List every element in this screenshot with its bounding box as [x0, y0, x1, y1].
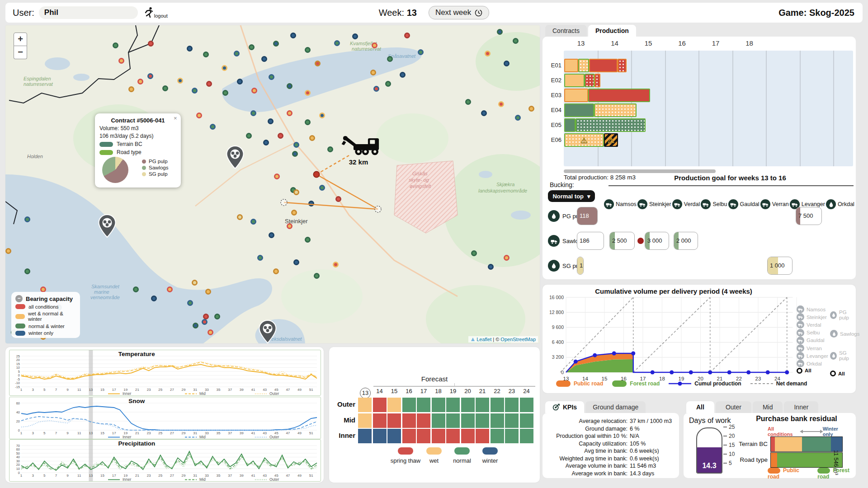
- map-site-dot[interactable]: [208, 329, 213, 335]
- map-site-dot[interactable]: [237, 79, 243, 84]
- map-site-dot[interactable]: [504, 61, 509, 66]
- map-site-dot[interactable]: [246, 133, 252, 139]
- map-site-dot[interactable]: [498, 101, 504, 107]
- cumulative-filter-orkdal[interactable]: Orkdal: [797, 360, 822, 367]
- map-site-dot[interactable]: [250, 110, 256, 116]
- map-site-dot[interactable]: [293, 259, 299, 265]
- map-site-dot[interactable]: [133, 286, 139, 292]
- gantt-bar-segment[interactable]: [585, 74, 594, 87]
- map-site-dot[interactable]: [269, 74, 274, 80]
- map-site-dot[interactable]: [385, 81, 391, 87]
- map-site-dot[interactable]: [187, 46, 193, 52]
- map-site-dot[interactable]: [148, 41, 154, 47]
- gantt-bar-segment[interactable]: ⚠: [564, 133, 604, 147]
- map-site-dot[interactable]: [485, 51, 491, 56]
- gantt-bar-segment[interactable]: [564, 59, 578, 72]
- product-volume-box[interactable]: 118: [577, 207, 598, 225]
- gantt-bar-segment[interactable]: [564, 74, 585, 87]
- map-site-dot[interactable]: [203, 52, 209, 57]
- map-site-dot[interactable]: [137, 79, 143, 84]
- cumulative-filter-steinkjer[interactable]: Steinkjer: [797, 313, 827, 321]
- map-site-dot[interactable]: [309, 135, 315, 141]
- map-site-dot[interactable]: [327, 146, 333, 152]
- map-site-dot[interactable]: [261, 56, 267, 62]
- map-site-dot[interactable]: [177, 78, 183, 84]
- map-site-dot[interactable]: [287, 223, 292, 229]
- map-site-dot[interactable]: [291, 210, 297, 216]
- map-site-dot[interactable]: [249, 44, 255, 50]
- map-site-dot[interactable]: [465, 99, 471, 105]
- product-volume-box[interactable]: 2 000: [674, 232, 698, 250]
- gantt-scrollbar[interactable]: [564, 169, 716, 173]
- gantt-bar-segment[interactable]: [618, 59, 627, 72]
- map-site-dot[interactable]: [192, 88, 198, 94]
- tab-kpis[interactable]: KPIs: [545, 401, 584, 413]
- map-site-dot[interactable]: [214, 314, 220, 319]
- map-site-dot[interactable]: [287, 110, 292, 116]
- timber-pile-pin[interactable]: [226, 145, 244, 169]
- product-volume-box[interactable]: 7 500: [796, 207, 822, 225]
- cumulative-filter-gauldal[interactable]: Gauldal: [797, 337, 825, 344]
- product-volume-box[interactable]: 2 500: [609, 232, 635, 250]
- zoom-in-button[interactable]: +: [14, 33, 27, 46]
- harvester-truck[interactable]: 32 km: [334, 130, 383, 166]
- tab-outer[interactable]: Outer: [716, 401, 751, 413]
- product-volume-box[interactable]: 3 000: [645, 232, 669, 250]
- map-site-dot[interactable]: [400, 72, 406, 78]
- gantt-bar-segment[interactable]: [578, 59, 589, 72]
- timber-pile-pin[interactable]: [259, 320, 277, 343]
- map-site-dot[interactable]: [263, 140, 269, 145]
- map-site-dot[interactable]: [147, 73, 153, 79]
- logout-button[interactable]: logout: [144, 7, 168, 19]
- gantt-bar-segment[interactable]: [589, 59, 618, 72]
- map-site-dot[interactable]: [268, 118, 274, 124]
- map-site-dot[interactable]: [319, 185, 325, 191]
- map-site-dot[interactable]: [205, 289, 211, 295]
- cumulative-filter-all[interactable]: All: [797, 368, 811, 374]
- map-site-dot[interactable]: [333, 262, 339, 267]
- cumulative-filter-selbu[interactable]: Selbu: [797, 329, 820, 337]
- cumulative-filter-levanger[interactable]: Levanger: [797, 352, 828, 360]
- map-site-dot[interactable]: [40, 286, 46, 292]
- cumulative-filter-verdal[interactable]: Verdal: [797, 321, 821, 328]
- gantt-bar-segment[interactable]: [594, 74, 600, 87]
- map-site-dot[interactable]: [210, 124, 216, 130]
- legend-collapse-button[interactable]: −: [15, 295, 23, 302]
- gantt-bar-segment[interactable]: [564, 103, 594, 117]
- map-site-dot[interactable]: [187, 300, 193, 306]
- bucking-select[interactable]: Normal top▾: [548, 190, 595, 202]
- map-site-dot[interactable]: [222, 65, 227, 71]
- map-site-dot[interactable]: [404, 33, 410, 38]
- map-site-dot[interactable]: [113, 42, 118, 48]
- map-panel[interactable]: EspingdalennaturreservatHoldenKvamsfjell…: [5, 25, 540, 343]
- cumulative-filter-verran[interactable]: Verran: [797, 344, 822, 352]
- map-site-dot[interactable]: [373, 86, 379, 92]
- map-site-dot[interactable]: [167, 286, 173, 292]
- map-site-dot[interactable]: [504, 255, 509, 261]
- tab-ground-damage[interactable]: Ground damage: [585, 401, 646, 413]
- popup-close-icon[interactable]: ×: [174, 115, 177, 122]
- map-site-dot[interactable]: [269, 232, 274, 238]
- map-site-dot[interactable]: [202, 319, 208, 325]
- map-site-dot[interactable]: [308, 201, 314, 206]
- map-site-dot[interactable]: [315, 61, 321, 66]
- map-site-dot[interactable]: [488, 264, 494, 270]
- map-site-dot[interactable]: [206, 81, 212, 87]
- map-site-dot[interactable]: [287, 83, 292, 89]
- map-site-dot[interactable]: [274, 174, 280, 179]
- map-site-dot[interactable]: [305, 90, 311, 96]
- tab-mid[interactable]: Mid: [753, 401, 783, 413]
- map-site-dot[interactable]: [196, 113, 202, 118]
- tab-contracts[interactable]: Contracts: [545, 25, 587, 37]
- map-site-dot[interactable]: [273, 41, 279, 47]
- tab-inner[interactable]: Inner: [784, 401, 818, 413]
- gantt-bar-segment[interactable]: [564, 89, 588, 102]
- map-site-dot[interactable]: [335, 196, 341, 202]
- cumulative-filter-sg-pulp[interactable]: SG pulp: [830, 350, 856, 361]
- map-site-dot[interactable]: [251, 88, 257, 94]
- map-site-dot[interactable]: [305, 237, 311, 243]
- map-site-dot[interactable]: [273, 268, 279, 274]
- map-site-dot[interactable]: [387, 56, 393, 62]
- tab-all[interactable]: All: [686, 401, 714, 413]
- map-site-dot[interactable]: [352, 33, 358, 39]
